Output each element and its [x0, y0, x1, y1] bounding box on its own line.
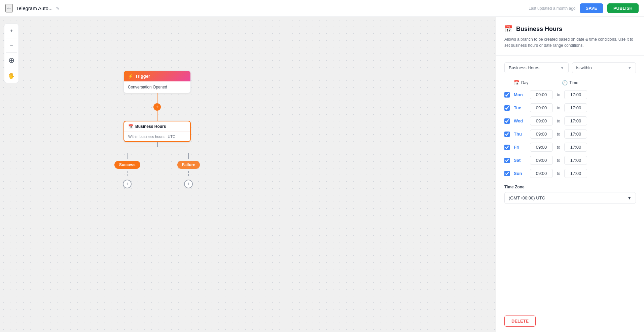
day-time-header: 📅 Day 🕐 Time [504, 80, 636, 85]
timezone-chevron: ▼ [627, 195, 632, 200]
publish-button[interactable]: PUBLISH [607, 3, 639, 13]
start-time-tue[interactable] [530, 103, 553, 112]
day-rows-container: Mon to Tue to Wed to Thu to Fri to [504, 90, 636, 178]
zoom-out-button[interactable]: − [6, 40, 17, 51]
flow-container: ⚡ Trigger Conversation Opened + 📅 Busine… [114, 71, 200, 188]
back-button[interactable]: ← [5, 4, 13, 12]
end-time-thu[interactable] [564, 130, 587, 139]
to-label-sun: to [557, 171, 560, 176]
trigger-node-body: Conversation Opened [124, 81, 190, 93]
fit-button[interactable]: ⨁ [6, 54, 17, 66]
bh-node-body: Within business hours - UTC [124, 132, 190, 141]
trigger-label: Trigger [135, 74, 150, 79]
panel-description: Allows a branch to be created based on d… [504, 36, 636, 48]
day-row-sun: Sun to [504, 169, 636, 178]
day-row-wed: Wed to [504, 116, 636, 125]
business-hours-node[interactable]: 📅 Business Hours Within business hours -… [123, 121, 191, 142]
day-name-tue: Tue [514, 105, 526, 110]
success-branch: Success + [114, 153, 140, 188]
panel-content: 📅 Business Hours Allows a branch to be c… [496, 17, 644, 209]
edit-icon[interactable]: ✎ [56, 6, 60, 11]
day-checkbox-sun[interactable] [504, 171, 510, 176]
start-time-sun[interactable] [530, 169, 553, 178]
day-name-thu: Thu [514, 132, 526, 137]
failure-label: Failure [177, 161, 200, 169]
success-add-button[interactable]: + [123, 180, 132, 188]
end-time-wed[interactable] [564, 116, 587, 125]
day-checkbox-fri[interactable] [504, 145, 510, 150]
day-row-fri: Fri to [504, 143, 636, 152]
filter-condition-select[interactable]: is within ▼ [572, 62, 636, 73]
trigger-event: Conversation Opened [128, 85, 167, 89]
failure-line [188, 153, 189, 159]
day-name-wed: Wed [514, 118, 526, 123]
delete-button[interactable]: DELETE [504, 316, 536, 327]
bh-node-header: 📅 Business Hours [124, 121, 190, 132]
day-checkbox-tue[interactable] [504, 105, 510, 111]
filter-type-value: Business Hours [509, 65, 539, 70]
trigger-node-header: ⚡ Trigger [124, 71, 190, 81]
left-toolbar: + − ⨁ 🖐 [4, 24, 19, 83]
last-updated: Last updated a month ago [529, 6, 575, 11]
flow-canvas[interactable]: + − ⨁ 🖐 ⚡ Trigger Conversation Opened [0, 17, 496, 332]
clock-icon: 🕐 [562, 80, 568, 85]
to-label-tue: to [557, 106, 560, 110]
toolbar-divider3 [6, 67, 17, 67]
header: ← Telegram Auto... ✎ Last updated a mont… [0, 0, 644, 17]
panel-title-row: 📅 Business Hours [504, 25, 636, 33]
add-node-button-1[interactable]: + [153, 103, 161, 111]
end-time-sat[interactable] [564, 156, 587, 165]
time-col-label: Time [569, 80, 578, 85]
day-checkbox-wed[interactable] [504, 118, 510, 124]
save-button[interactable]: SAVE [580, 3, 603, 13]
end-time-fri[interactable] [564, 143, 587, 152]
hand-tool-button[interactable]: 🖐 [6, 70, 17, 81]
app-title: Telegram Auto... [16, 5, 52, 11]
toolbar-divider [6, 38, 17, 38]
start-time-mon[interactable] [530, 90, 553, 99]
calendar-icon: 📅 [514, 80, 520, 85]
success-dashed [127, 171, 128, 176]
bh-body-text: Within business hours - UTC [128, 135, 175, 139]
filter-condition-value: is within [576, 65, 592, 70]
right-panel: 📅 Business Hours Allows a branch to be c… [496, 17, 644, 332]
start-time-thu[interactable] [530, 130, 553, 139]
to-label-thu: to [557, 132, 560, 137]
day-checkbox-mon[interactable] [504, 92, 510, 98]
day-checkbox-sat[interactable] [504, 158, 510, 163]
main-layout: + − ⨁ 🖐 ⚡ Trigger Conversation Opened [0, 17, 644, 332]
day-row-mon: Mon to [504, 90, 636, 99]
filter-type-chevron: ▼ [561, 66, 564, 70]
to-label-mon: to [557, 93, 560, 97]
day-name-sun: Sun [514, 171, 526, 176]
end-time-mon[interactable] [564, 90, 587, 99]
day-row-sat: Sat to [504, 156, 636, 165]
start-time-wed[interactable] [530, 116, 553, 125]
bh-icon: 📅 [128, 124, 133, 129]
to-label-fri: to [557, 145, 560, 150]
trigger-node[interactable]: ⚡ Trigger Conversation Opened [123, 71, 191, 93]
trigger-icon: ⚡ [128, 74, 133, 79]
timezone-select[interactable]: (GMT+00:00) UTC ▼ [504, 192, 636, 204]
connector-line-2 [157, 111, 157, 121]
header-left: ← Telegram Auto... ✎ [5, 4, 60, 12]
failure-dashed [188, 171, 189, 176]
header-right: Last updated a month ago SAVE PUBLISH [529, 3, 639, 13]
end-time-tue[interactable] [564, 103, 587, 112]
start-time-fri[interactable] [530, 143, 553, 152]
filter-type-select[interactable]: Business Hours ▼ [504, 62, 569, 73]
day-col-header: 📅 Day [514, 80, 528, 85]
filter-condition-chevron: ▼ [628, 66, 632, 70]
branch-horizontal [128, 147, 187, 147]
zoom-in-button[interactable]: + [6, 25, 17, 37]
timezone-value: (GMT+00:00) UTC [509, 195, 545, 200]
branch-container: Success + Failure + [114, 153, 200, 188]
start-time-sat[interactable] [530, 156, 553, 165]
time-col-header: 🕐 Time [562, 80, 578, 85]
failure-add-button[interactable]: + [184, 180, 193, 188]
day-name-mon: Mon [514, 92, 526, 97]
day-row-thu: Thu to [504, 130, 636, 139]
day-col-label: Day [521, 80, 528, 85]
day-checkbox-thu[interactable] [504, 132, 510, 137]
end-time-sun[interactable] [564, 169, 587, 178]
